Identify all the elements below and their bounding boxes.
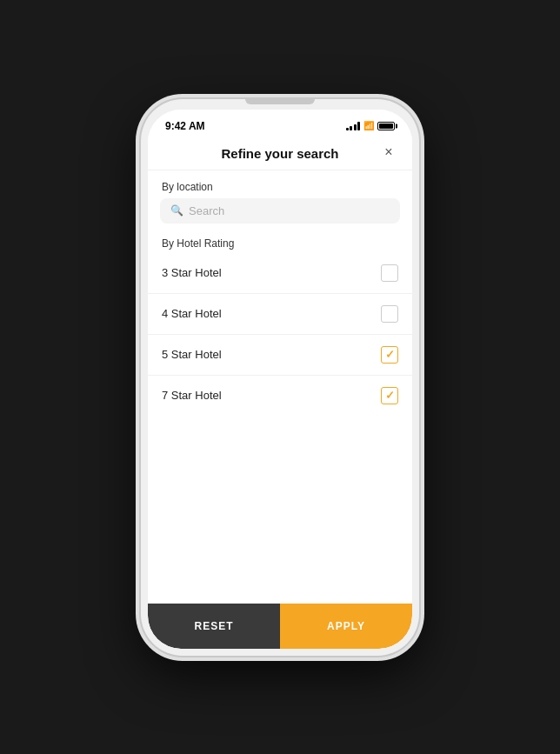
hotel-item-7star[interactable]: 7 Star Hotel: [148, 376, 412, 416]
hotel-rating-list: 3 Star Hotel 4 Star Hotel 5 Star Hotel: [148, 253, 412, 416]
hotel-item-5star[interactable]: 5 Star Hotel: [148, 335, 412, 376]
modal-container: Refine your search × By location 🔍 By Ho…: [148, 136, 412, 649]
phone-notch: [245, 99, 315, 104]
phone-frame: 9:42 AM 📶 Refine your search ×: [141, 99, 419, 656]
checkbox-7star[interactable]: [381, 387, 398, 404]
hotel-name-5star: 5 Star Hotel: [162, 348, 222, 361]
bottom-action-bar: RESET APPLY: [148, 604, 412, 649]
location-search-box[interactable]: 🔍: [160, 198, 400, 224]
modal-body: By location 🔍 By Hotel Rating 3 Star Hot…: [148, 170, 412, 604]
location-section-label: By location: [148, 170, 412, 198]
checkbox-3star[interactable]: [381, 264, 398, 282]
modal-title: Refine your search: [221, 146, 338, 161]
checkbox-5star[interactable]: [381, 346, 398, 364]
status-icons: 📶: [346, 121, 396, 130]
hotel-item-3star[interactable]: 3 Star Hotel: [148, 253, 412, 294]
hotel-item-4star[interactable]: 4 Star Hotel: [148, 294, 412, 335]
reset-button[interactable]: RESET: [148, 604, 280, 649]
close-button[interactable]: ×: [377, 141, 400, 163]
signal-icon: [346, 122, 361, 130]
modal-header: Refine your search ×: [148, 136, 412, 170]
hotel-name-7star: 7 Star Hotel: [162, 389, 222, 402]
apply-button[interactable]: APPLY: [280, 604, 412, 649]
status-time: 9:42 AM: [165, 120, 205, 132]
wifi-icon: 📶: [363, 121, 374, 130]
phone-screen: 9:42 AM 📶 Refine your search ×: [148, 110, 412, 649]
battery-icon: [377, 122, 395, 130]
status-bar: 9:42 AM 📶: [148, 110, 412, 136]
search-icon: 🔍: [170, 204, 183, 217]
rating-section-label: By Hotel Rating: [148, 232, 412, 253]
hotel-name-3star: 3 Star Hotel: [162, 266, 222, 279]
checkbox-4star[interactable]: [381, 305, 398, 323]
location-search-input[interactable]: [189, 204, 390, 217]
hotel-name-4star: 4 Star Hotel: [162, 307, 222, 320]
